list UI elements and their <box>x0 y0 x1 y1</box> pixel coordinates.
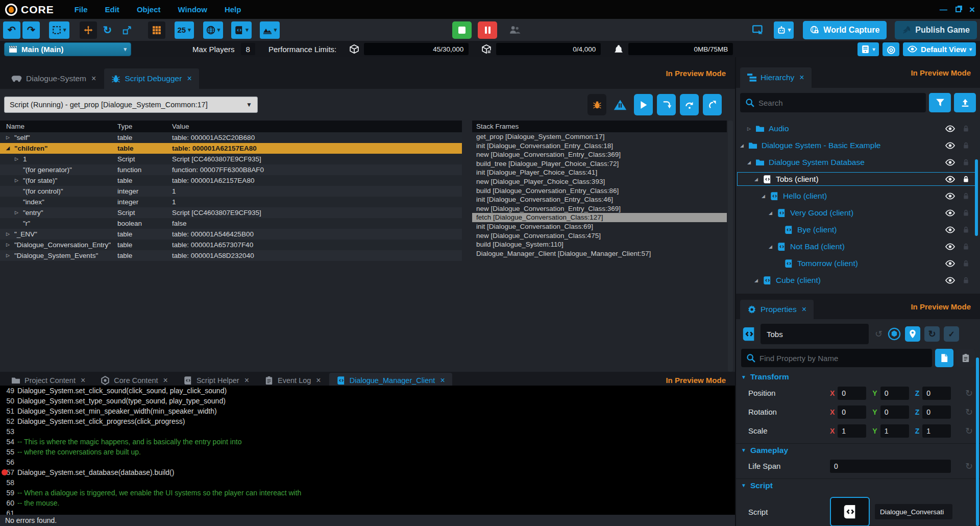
visibility-eye-icon[interactable] <box>943 142 957 149</box>
undo-name-icon[interactable]: ↺ <box>875 328 883 340</box>
break-on-error-icon[interactable] <box>614 99 627 111</box>
hierarchy-item-cube-client-[interactable]: ◢ Cube (client) <box>736 273 980 287</box>
lock-icon[interactable] <box>961 158 971 166</box>
script-asset-slot[interactable] <box>830 497 870 526</box>
expander-icon[interactable]: ◢ <box>769 210 777 216</box>
bot-dropdown[interactable]: ▾ <box>774 21 794 39</box>
expander-icon[interactable]: ◢ <box>747 160 755 165</box>
filter-button[interactable] <box>929 93 951 112</box>
minimize-icon[interactable]: — <box>940 5 947 14</box>
stack-frame[interactable]: init [Dialogue_Player_Choice_Class:41] <box>472 168 727 177</box>
close-icon[interactable]: × <box>969 4 975 15</box>
world-tool-dropdown[interactable]: ▾ <box>203 21 224 39</box>
menu-item-object[interactable]: Object <box>137 5 161 14</box>
visibility-eye-icon[interactable] <box>943 176 957 183</box>
code-line[interactable]: 60 -- the mouse. <box>0 498 735 508</box>
debug-toggle-button[interactable] <box>587 94 606 115</box>
variables-row[interactable]: "index" integer 1 <box>0 197 462 207</box>
variables-row[interactable]: ▷"Dialogue_System_Events" table table: 0… <box>0 250 462 261</box>
variables-row[interactable]: "(for control)" integer 1 <box>0 186 462 197</box>
life-span-field[interactable]: 0 <box>830 460 951 473</box>
reset-button[interactable]: ↻ <box>924 326 940 342</box>
variables-row[interactable]: ▷"Dialogue_Conversation_Entry" table tab… <box>0 240 462 250</box>
expander-icon[interactable]: ▷ <box>15 207 23 218</box>
section-script[interactable]: ▼Script <box>736 479 980 492</box>
hierarchy-item-tomorrow-client-[interactable]: Tomorrow (client) <box>736 256 980 270</box>
property-search-input[interactable] <box>760 354 927 363</box>
step-into-button[interactable] <box>657 94 676 115</box>
close-icon[interactable]: × <box>187 74 191 83</box>
expander-icon[interactable]: ▷ <box>6 229 14 240</box>
expander-icon[interactable]: ▷ <box>6 240 14 250</box>
visibility-eye-icon[interactable] <box>943 209 957 217</box>
expander-icon[interactable]: ▷ <box>15 154 23 164</box>
variables-row[interactable]: ▷"entry" Script Script [CC4603807E9CF935… <box>0 207 462 218</box>
expander-icon[interactable]: ▷ <box>747 126 755 131</box>
tab-properties[interactable]: Properties × <box>740 300 814 319</box>
hierarchy-item-tobs-client-[interactable]: ◢ Tobs (client) <box>736 172 980 186</box>
terrain-tool-dropdown[interactable]: ▾ <box>260 21 280 39</box>
close-icon[interactable]: × <box>316 376 321 385</box>
axis-field[interactable]: 1 <box>922 424 951 438</box>
stack-frame[interactable]: build [Dialogue_System:110] <box>472 240 727 249</box>
step-out-button[interactable] <box>703 94 722 115</box>
reset-icon[interactable]: ↻ <box>965 388 973 399</box>
visibility-eye-icon[interactable] <box>943 243 957 250</box>
stack-frame[interactable]: new [Dialogue_Conversation_Class:475] <box>472 231 727 241</box>
axis-field[interactable]: 0 <box>880 387 909 400</box>
line-number[interactable]: 54 <box>6 438 14 446</box>
snap-size-dropdown[interactable]: 25▾ <box>175 21 194 39</box>
stack-frame[interactable]: fetch [Dialogue_Conversation_Class:127] <box>472 213 727 222</box>
axis-field[interactable]: 1 <box>880 424 909 438</box>
section-transform[interactable]: ▼Transform <box>736 370 980 384</box>
reset-icon[interactable]: ↻ <box>965 461 973 472</box>
stack-frame[interactable]: build [Dialogue_Conversation_Entry_Class… <box>472 186 727 196</box>
redo-button[interactable]: ↷ <box>22 21 40 39</box>
code-line[interactable]: 55 -- where the conversations are built … <box>0 447 735 457</box>
export-button[interactable] <box>954 93 976 112</box>
lock-icon[interactable] <box>961 259 971 267</box>
screen-share-icon[interactable] <box>752 25 764 35</box>
save-dropdown[interactable]: ▾ <box>857 42 879 56</box>
close-icon[interactable]: × <box>440 376 445 385</box>
axis-field[interactable]: 0 <box>838 387 866 400</box>
close-icon[interactable]: × <box>91 74 96 83</box>
visibility-eye-icon[interactable] <box>943 159 957 166</box>
hierarchy-scrollbar[interactable] <box>975 159 978 236</box>
code-line[interactable]: 49 Dialogue_System.set_click_sound(click… <box>0 386 735 396</box>
expander-icon[interactable]: ▷ <box>6 250 14 261</box>
variables-row[interactable]: ▷1 Script Script [CC4603807E9CF935] <box>0 154 462 164</box>
lock-icon[interactable] <box>961 175 971 183</box>
close-icon[interactable]: × <box>802 305 806 314</box>
close-icon[interactable]: × <box>799 73 804 82</box>
code-line[interactable]: 56 <box>0 457 735 467</box>
variables-row[interactable]: "(for generator)" function function: 000… <box>0 164 462 175</box>
hierarchy-item-dialogue-system-database[interactable]: ◢ Dialogue System Database <box>736 155 980 169</box>
tab-script-debugger[interactable]: Script Debugger × <box>104 68 199 89</box>
lock-icon[interactable] <box>961 209 971 217</box>
lock-icon[interactable] <box>961 192 971 200</box>
code-line[interactable]: 50 Dialogue_System.set_type_sound(type_s… <box>0 396 735 406</box>
visibility-eye-icon[interactable] <box>943 260 957 267</box>
code-line[interactable]: 58 <box>0 477 735 488</box>
expander-icon[interactable]: ◢ <box>754 177 763 182</box>
stack-frame[interactable]: Dialogue_Manager_Client [Dialogue_Manage… <box>472 249 727 258</box>
axis-field[interactable]: 0 <box>838 405 866 419</box>
code-line[interactable]: 61 <box>0 508 735 515</box>
expander-icon[interactable]: ▷ <box>6 132 14 143</box>
menu-item-help[interactable]: Help <box>225 5 241 14</box>
resume-button[interactable] <box>634 94 653 115</box>
networked-icon[interactable] <box>888 327 901 341</box>
stop-preview-button[interactable] <box>452 21 472 39</box>
multiplayer-preview-icon[interactable] <box>509 26 521 34</box>
tab-dialogue-system[interactable]: Dialogue-System × <box>4 68 103 89</box>
line-number[interactable]: 51 <box>6 407 14 415</box>
hierarchy-search-input[interactable] <box>758 99 921 107</box>
expander-icon[interactable]: ◢ <box>740 143 748 148</box>
object-name-field[interactable] <box>761 324 869 344</box>
stack-frame[interactable]: init [Dialogue_Conversation_Class:69] <box>472 222 727 231</box>
stack-frame[interactable]: init [Dialogue_Conversation_Entry_Class:… <box>472 141 727 151</box>
line-number[interactable]: 61 <box>6 509 14 515</box>
hierarchy-item-audio[interactable]: ▷ Audio <box>736 122 980 135</box>
line-number[interactable]: 59 <box>6 489 14 497</box>
